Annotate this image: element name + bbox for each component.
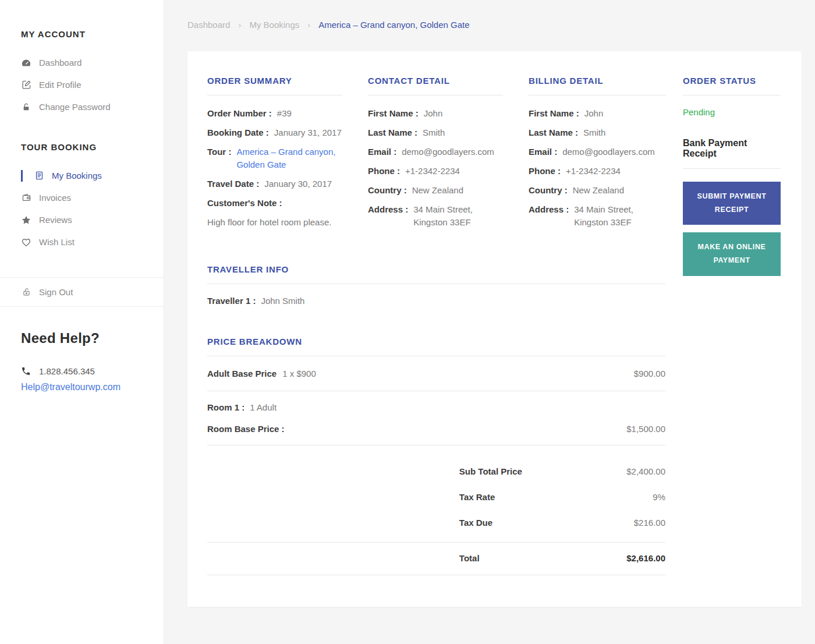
breadcrumb-my-bookings[interactable]: My Bookings bbox=[249, 20, 299, 30]
field-label: Last Name : bbox=[529, 126, 578, 139]
price-qty: 1 x $900 bbox=[282, 369, 316, 378]
field-label: Phone : bbox=[529, 165, 561, 178]
sidebar-item-label: Wish List bbox=[39, 236, 75, 248]
help-phone-row: 1.828.456.345 bbox=[21, 366, 147, 376]
total-label: Tax Rate bbox=[459, 491, 495, 504]
sidebar-item-change-password[interactable]: Change Password bbox=[21, 101, 147, 113]
tour-link[interactable]: America – Grand canyon, Golden Gate bbox=[236, 146, 342, 171]
field-label: Phone : bbox=[368, 165, 400, 178]
bank-payment-receipt-label: Bank Payment Receipt bbox=[683, 138, 781, 159]
sidebar-item-dashboard[interactable]: Dashboard bbox=[21, 56, 147, 69]
field-value: John bbox=[424, 107, 443, 120]
total-label: Tax Due bbox=[459, 516, 492, 529]
total-value: $2,400.00 bbox=[626, 465, 665, 478]
sidebar-heading-my-account: MY ACCOUNT bbox=[21, 29, 147, 39]
need-help-title: Need Help? bbox=[21, 330, 147, 346]
order-detail-card: ORDER SUMMARY Order Number : #39 Booking… bbox=[187, 51, 802, 607]
contact-last-name-row: Last Name :Smith bbox=[368, 126, 503, 139]
traveller-name: John Smith bbox=[261, 295, 304, 307]
customer-note-label-row: Customer's Note : bbox=[207, 197, 342, 210]
main-content: Dashboard › My Bookings › America – Gran… bbox=[164, 0, 815, 607]
total-label: Total bbox=[459, 552, 480, 565]
status-badge: Pending bbox=[683, 95, 781, 117]
total-value: 9% bbox=[653, 491, 665, 504]
sidebar: MY ACCOUNT Dashboard Edit Profile bbox=[0, 0, 164, 644]
billing-detail-title: BILLING DETAIL bbox=[529, 76, 666, 86]
sidebar-item-reviews[interactable]: Reviews bbox=[21, 214, 147, 226]
help-phone-number: 1.828.456.345 bbox=[39, 366, 95, 376]
contact-country-row: Country :New Zealand bbox=[368, 184, 503, 197]
field-label: Email : bbox=[529, 146, 557, 158]
sidebar-item-invoices[interactable]: Invoices bbox=[21, 192, 147, 204]
field-label: Address : bbox=[529, 203, 569, 229]
order-status-section: ORDER STATUS Pending Bank Payment Receip… bbox=[683, 76, 781, 276]
sidebar-item-label: Invoices bbox=[39, 192, 71, 204]
contact-first-name-row: First Name :John bbox=[368, 107, 503, 120]
contact-detail-section: CONTACT DETAIL First Name :John Last Nam… bbox=[368, 76, 503, 235]
sidebar-item-label: Change Password bbox=[39, 101, 111, 113]
active-indicator-bar bbox=[21, 170, 23, 182]
field-label: Customer's Note : bbox=[207, 197, 282, 210]
field-value: New Zealand bbox=[573, 184, 624, 197]
billing-email-row: Email :demo@goodlayers.com bbox=[529, 146, 666, 158]
order-number-value: #39 bbox=[277, 107, 292, 120]
sidebar-heading-tour-booking: TOUR BOOKING bbox=[21, 142, 147, 152]
field-label: Email : bbox=[368, 146, 396, 158]
field-label: First Name : bbox=[529, 107, 579, 120]
make-online-payment-button[interactable]: MAKE AN ONLINE PAYMENT bbox=[683, 232, 781, 275]
sidebar-item-label: Dashboard bbox=[39, 56, 82, 69]
room-value: 1 Adult bbox=[250, 401, 277, 414]
sidebar-item-edit-profile[interactable]: Edit Profile bbox=[21, 79, 147, 91]
sidebar-item-wish-list[interactable]: Wish List bbox=[21, 236, 147, 248]
chevron-right-icon: › bbox=[238, 20, 241, 30]
star-icon bbox=[21, 215, 31, 225]
field-value: 34 Main Street, Kingston 33EF bbox=[413, 203, 473, 229]
edit-icon bbox=[21, 80, 31, 90]
sidebar-section-my-account: MY ACCOUNT Dashboard Edit Profile bbox=[21, 29, 147, 113]
travel-date-value: January 30, 2017 bbox=[264, 178, 332, 190]
field-label: Country : bbox=[529, 184, 568, 197]
sidebar-item-label: Reviews bbox=[39, 214, 72, 226]
sidebar-item-my-bookings[interactable]: My Bookings bbox=[21, 169, 147, 182]
field-label: Travel Date : bbox=[207, 178, 259, 190]
field-value: +1-2342-2234 bbox=[566, 165, 621, 178]
subtotal-row: Sub Total Price $2,400.00 bbox=[207, 465, 665, 478]
billing-address-row: Address :34 Main Street, Kingston 33EF bbox=[529, 203, 666, 229]
contact-address-row: Address :34 Main Street, Kingston 33EF bbox=[368, 203, 503, 229]
booking-date-row: Booking Date : January 31, 2017 bbox=[207, 126, 342, 139]
sidebar-item-sign-out[interactable]: Sign Out bbox=[21, 286, 147, 298]
order-number-row: Order Number : #39 bbox=[207, 107, 342, 120]
billing-phone-row: Phone :+1-2342-2234 bbox=[529, 165, 666, 178]
tax-due-row: Tax Due $216.00 bbox=[207, 516, 665, 529]
price-amount: $1,500.00 bbox=[626, 424, 665, 434]
grand-total-block: Total $2,616.00 bbox=[207, 543, 665, 575]
contact-phone-row: Phone :+1-2342-2234 bbox=[368, 165, 503, 178]
tax-rate-row: Tax Rate 9% bbox=[207, 491, 665, 504]
field-label: Country : bbox=[368, 184, 407, 197]
price-amount: $900.00 bbox=[634, 369, 665, 378]
need-help-section: Need Help? 1.828.456.345 Help@traveltour… bbox=[0, 307, 164, 392]
room-label: Room 1 : bbox=[207, 401, 245, 414]
price-label: Adult Base Price bbox=[207, 369, 277, 378]
field-value: Smith bbox=[423, 126, 445, 139]
field-label: First Name : bbox=[368, 107, 419, 120]
order-status-title: ORDER STATUS bbox=[683, 76, 781, 86]
order-summary-section: ORDER SUMMARY Order Number : #39 Booking… bbox=[207, 76, 342, 235]
lock-icon bbox=[21, 102, 31, 112]
sidebar-section-tour-booking: TOUR BOOKING My Bookings Invoices bbox=[21, 142, 147, 248]
traveller-info-title: TRAVELLER INFO bbox=[207, 264, 665, 274]
breadcrumb-dashboard[interactable]: Dashboard bbox=[187, 20, 230, 30]
chevron-right-icon: › bbox=[307, 20, 310, 30]
divider bbox=[683, 168, 781, 169]
field-label: Booking Date : bbox=[207, 126, 269, 139]
dashboard-icon bbox=[21, 58, 31, 68]
phone-icon bbox=[21, 366, 31, 376]
field-value: 34 Main Street, Kingston 33EF bbox=[574, 203, 633, 229]
heart-icon bbox=[21, 237, 31, 247]
tour-row: Tour : America – Grand canyon, Golden Ga… bbox=[207, 146, 342, 171]
field-label: Address : bbox=[368, 203, 408, 229]
submit-payment-receipt-button[interactable]: SUBMIT PAYMENT RECEIPT bbox=[683, 182, 781, 225]
billing-last-name-row: Last Name :Smith bbox=[529, 126, 666, 139]
grand-total-row: Total $2,616.00 bbox=[207, 552, 665, 565]
help-email-link[interactable]: Help@traveltourwp.com bbox=[21, 382, 121, 392]
